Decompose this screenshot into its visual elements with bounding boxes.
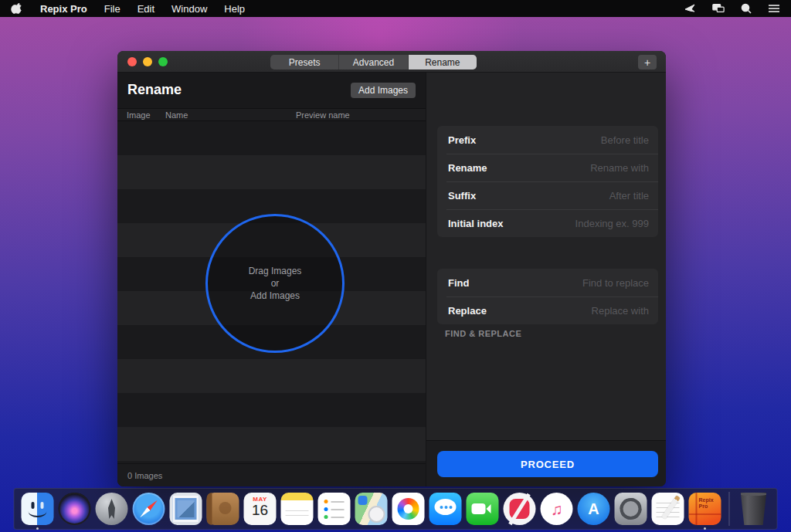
messages-icon: [429, 493, 462, 525]
repix-pro-window: Presets Advanced Rename + Rename Add Ima…: [117, 51, 666, 486]
menu-item-window[interactable]: Window: [171, 3, 207, 15]
zoom-button[interactable]: [158, 57, 168, 66]
dock-finder[interactable]: [22, 493, 54, 525]
find-field[interactable]: Find Find to replace: [437, 269, 658, 296]
repix-pro-icon-label: Repix Pro: [699, 497, 719, 510]
running-indicator: [704, 527, 706, 530]
replace-field[interactable]: Replace Replace with: [437, 296, 658, 324]
suffix-placeholder: After title: [609, 190, 649, 202]
dock: MAY 16 ♫ A Repix Pro: [14, 488, 778, 530]
replace-label: Replace: [448, 305, 487, 317]
window-titlebar[interactable]: Presets Advanced Rename +: [117, 51, 666, 73]
traffic-lights: [127, 57, 168, 66]
textedit-icon: [652, 493, 684, 525]
safari-icon: [133, 493, 165, 525]
menu-item-edit[interactable]: Edit: [137, 3, 154, 15]
dock-app-store[interactable]: A: [578, 493, 610, 525]
reminders-icon: [318, 493, 351, 525]
mail-icon: [170, 493, 202, 525]
dock-safari[interactable]: [133, 493, 165, 525]
menu-list-icon[interactable]: [768, 2, 780, 15]
finder-icon: [22, 493, 54, 525]
menu-extra-icon[interactable]: [684, 2, 697, 15]
close-button[interactable]: [127, 57, 137, 66]
minimize-button[interactable]: [143, 57, 152, 66]
image-count-footer: 0 Images: [117, 463, 426, 486]
dock-reminders[interactable]: [318, 493, 351, 525]
action-footer: PROCEED: [426, 440, 666, 486]
menu-item-file[interactable]: File: [104, 3, 121, 15]
notes-icon: [281, 493, 314, 525]
prefix-placeholder: Before title: [601, 134, 649, 146]
suffix-label: Suffix: [448, 190, 476, 202]
siri-icon: [59, 493, 91, 525]
rename-options-panel: NAME Prefix Before title Rename Rename w…: [426, 73, 666, 486]
rename-field[interactable]: Rename Rename with: [437, 154, 658, 181]
running-indicator: [36, 527, 39, 530]
proceed-button[interactable]: PROCEED: [437, 451, 658, 477]
music-note-glyph: ♫: [551, 501, 563, 517]
initial-index-placeholder: Indexing ex. 999: [575, 218, 649, 229]
dock-mail[interactable]: [170, 493, 202, 525]
initial-index-label: Initial index: [448, 218, 504, 229]
facetime-icon: [467, 493, 499, 525]
calendar-day: 16: [252, 503, 268, 519]
column-header-image: Image: [127, 110, 151, 120]
dock-system-preferences[interactable]: [615, 493, 647, 525]
contacts-icon: [207, 493, 239, 525]
system-preferences-icon: [615, 493, 647, 525]
find-replace-card: Find Find to replace Replace Replace wit…: [437, 269, 658, 324]
add-preset-button[interactable]: +: [638, 55, 657, 69]
dock-contacts[interactable]: [207, 493, 239, 525]
dock-messages[interactable]: [429, 493, 462, 525]
dock-facetime[interactable]: [467, 493, 499, 525]
initial-index-field[interactable]: Initial index Indexing ex. 999: [437, 209, 658, 237]
dock-maps[interactable]: [355, 493, 388, 525]
apple-menu-icon[interactable]: [11, 2, 23, 15]
dock-photos[interactable]: [392, 493, 425, 525]
dock-repix-pro[interactable]: Repix Pro: [689, 493, 721, 525]
display-mirroring-icon[interactable]: [712, 2, 725, 15]
prefix-field[interactable]: Prefix Before title: [437, 126, 658, 154]
tab-advanced[interactable]: Advanced: [339, 55, 408, 69]
dock-notes[interactable]: [281, 493, 314, 525]
dropzone-line2: or: [271, 277, 280, 290]
spotlight-search-icon[interactable]: [740, 2, 752, 15]
dock-music[interactable]: ♫: [541, 493, 573, 525]
dock-launchpad[interactable]: [96, 493, 128, 525]
photos-icon: [392, 493, 425, 525]
calendar-icon: MAY 16: [244, 493, 277, 525]
dock-textedit[interactable]: [652, 493, 684, 525]
repix-pro-icon: Repix Pro: [689, 493, 721, 525]
dock-calendar[interactable]: MAY 16: [244, 493, 277, 525]
drag-images-dropzone[interactable]: Drag Images or Add Images: [205, 214, 345, 353]
dropzone-line1: Drag Images: [249, 265, 302, 277]
maps-icon: [355, 493, 388, 525]
app-store-icon: A: [578, 493, 610, 525]
rename-placeholder: Rename with: [590, 162, 649, 174]
image-table-body: Drag Images or Add Images: [117, 121, 426, 463]
find-placeholder: Find to replace: [582, 277, 649, 289]
column-header-name: Name: [165, 110, 188, 120]
dock-trash[interactable]: [738, 493, 770, 525]
dock-siri[interactable]: [59, 493, 91, 525]
music-icon: ♫: [541, 493, 573, 525]
app-store-glyph: A: [588, 501, 599, 517]
add-images-button[interactable]: Add Images: [351, 83, 416, 98]
dropzone-line3: Add Images: [250, 290, 300, 302]
menu-app-name[interactable]: Repix Pro: [40, 3, 87, 15]
red-circle-slash-icon: [504, 493, 536, 525]
mode-segmented-control: Presets Advanced Rename: [270, 55, 477, 69]
tab-presets[interactable]: Presets: [270, 55, 339, 69]
suffix-field[interactable]: Suffix After title: [437, 181, 658, 209]
rename-label: Rename: [448, 162, 487, 174]
tab-rename[interactable]: Rename: [409, 55, 477, 69]
dock-red-circle-slash[interactable]: [504, 493, 536, 525]
menu-item-help[interactable]: Help: [224, 3, 245, 15]
name-options-card: Prefix Before title Rename Rename with S…: [437, 126, 658, 237]
trash-icon: [739, 493, 769, 525]
dock-divider: [729, 492, 730, 526]
table-header: Image Name Preview name: [117, 108, 426, 121]
prefix-label: Prefix: [448, 134, 476, 146]
launchpad-icon: [96, 493, 128, 525]
